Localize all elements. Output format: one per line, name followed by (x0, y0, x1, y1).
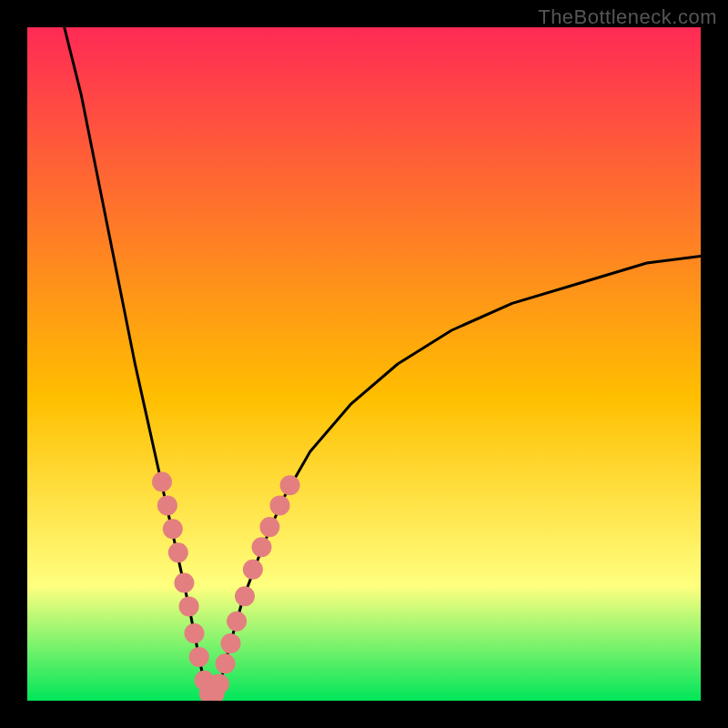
curve-marker (163, 519, 183, 539)
curve-marker (243, 560, 263, 580)
watermark-text: TheBottleneck.com (538, 5, 717, 29)
plot-background (27, 27, 701, 701)
curve-marker (185, 623, 205, 643)
curve-marker (221, 633, 241, 653)
curve-marker (157, 495, 177, 515)
curve-marker (216, 653, 236, 673)
curve-marker (280, 475, 300, 495)
curve-marker (168, 542, 188, 562)
curve-marker (209, 674, 229, 694)
curve-marker (189, 647, 209, 667)
curve-marker (227, 612, 247, 632)
curve-marker (235, 586, 255, 606)
curve-marker (179, 596, 199, 616)
curve-marker (174, 573, 194, 593)
chart-canvas: TheBottleneck.com (0, 0, 728, 728)
curve-marker (270, 495, 290, 515)
curve-marker (259, 517, 279, 537)
curve-marker (252, 537, 272, 557)
bottleneck-chart (0, 0, 728, 728)
curve-marker (152, 472, 172, 492)
